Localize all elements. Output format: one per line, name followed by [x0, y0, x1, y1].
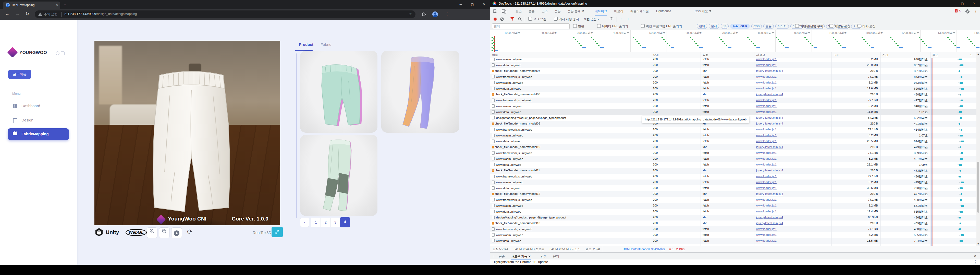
network-row[interactable]: www.data.unityweb200fetchwww.loader.js:1…: [490, 238, 977, 244]
request-initiator[interactable]: www.loader.js:1: [756, 198, 830, 201]
network-row[interactable]: {} check_file/?model_name=model11200xhrj…: [490, 168, 977, 174]
network-row[interactable]: designMapping?product_page=4&page_type=p…: [490, 215, 977, 221]
chip-JS[interactable]: JS: [721, 24, 729, 29]
throttling-dropdown[interactable]: 제한 없음 ▾: [584, 17, 599, 21]
pagination-page-1[interactable]: 1: [311, 218, 321, 227]
zoom-in-button[interactable]: [147, 228, 158, 238]
request-initiator[interactable]: www.loader.js:1: [756, 63, 830, 66]
devtools-settings-gear-icon[interactable]: [965, 9, 969, 14]
request-initiator[interactable]: www.loader.js:1: [756, 157, 830, 160]
devtools-tab-요소[interactable]: 요소: [515, 7, 522, 16]
sidebar-item-dashboard[interactable]: Dashboard: [8, 102, 69, 111]
profile-avatar[interactable]: [432, 11, 438, 17]
tab-product[interactable]: Product: [299, 42, 313, 47]
request-initiator[interactable]: jquery-latest.min.js:4: [756, 145, 830, 149]
network-row[interactable]: www.framework.js.unityweb200fetchwww.loa…: [490, 150, 977, 156]
pagination-page-4[interactable]: 4: [340, 217, 350, 228]
request-initiator[interactable]: jquery-latest.min.js:4: [756, 169, 830, 172]
request-initiator[interactable]: www.loader.js:1: [756, 128, 830, 131]
forward-button[interactable]: →: [15, 11, 20, 16]
device-toolbar-icon[interactable]: [502, 9, 506, 14]
address-bar[interactable]: 주의 요함 211.238.177.143:9999/design_data/d…: [35, 10, 415, 18]
fullscreen-expand-button[interactable]: ⤢: [272, 227, 283, 237]
inspect-element-icon[interactable]: [493, 9, 497, 14]
col-initiator[interactable]: 시작점: [756, 53, 765, 57]
clear-network-log-icon[interactable]: [500, 17, 504, 21]
network-row[interactable]: www.wasm.unityweb200fetchwww.loader.js:1…: [490, 58, 977, 62]
request-initiator[interactable]: www.loader.js:1: [756, 104, 830, 107]
3d-viewer-canvas[interactable]: YoungWoo CNI Core Ver. 1.0.0: [94, 41, 280, 225]
network-row[interactable]: www.framework.js.unityweb200fetchwww.loa…: [490, 74, 977, 80]
play-button[interactable]: [171, 228, 182, 238]
col-type[interactable]: 유형: [703, 53, 708, 57]
network-row[interactable]: www.data.unityweb200fetchwww.loader.js:1…: [490, 86, 977, 92]
hide-extension-urls-checkbox[interactable]: 확장 프로그램 URL 숨기기: [641, 24, 682, 28]
window-close-button[interactable]: ✕: [478, 0, 490, 9]
col-time[interactable]: 시간: [883, 53, 888, 57]
devtools-tab-CSS 개요[interactable]: CSS 개요 ⚗: [695, 7, 711, 16]
chip-Fetch/XHR[interactable]: Fetch/XHR: [730, 24, 749, 29]
chip-전체[interactable]: 전체: [697, 24, 707, 29]
network-row[interactable]: www.wasm.unityweb200fetchwww.loader.js:1…: [490, 232, 977, 238]
chip-글꼴[interactable]: 글꼴: [763, 24, 774, 29]
errors-badge[interactable]: x 5: [955, 9, 961, 13]
network-conditions-icon[interactable]: [609, 17, 614, 21]
preserve-log-checkbox[interactable]: 로그 보존: [528, 17, 546, 21]
devtools-tab-네트워크[interactable]: 네트워크: [595, 7, 607, 16]
network-row[interactable]: www.wasm.unityweb200fetchwww.loader.js:1…: [490, 103, 977, 109]
request-initiator[interactable]: www.loader.js:1: [756, 139, 830, 142]
col-size[interactable]: 크기: [834, 53, 839, 57]
chip-이미지[interactable]: 이미지: [775, 24, 789, 29]
invert-filter-checkbox[interactable]: 반전: [573, 24, 584, 28]
window-maximize-button[interactable]: ▢: [466, 0, 478, 9]
sort-icon[interactable]: ▲: [970, 53, 972, 56]
request-initiator[interactable]: www.loader.js:1: [756, 98, 830, 101]
request-initiator[interactable]: jquery-latest.min.js:4: [756, 69, 830, 72]
drawer-tab-새로운 기능[interactable]: 새로운 기능 ✕: [511, 254, 531, 260]
tab-fabric[interactable]: Fabric: [321, 42, 331, 47]
network-row[interactable]: {} check_file/?model_name=model10200xhrj…: [490, 144, 977, 150]
network-row[interactable]: www.wasm.unityweb200fetchwww.loader.js:1…: [490, 80, 977, 86]
logout-button[interactable]: 로그아웃: [8, 70, 31, 79]
extensions-puzzle-icon[interactable]: [422, 12, 426, 16]
back-button[interactable]: ←: [5, 11, 10, 16]
devtools-close-button[interactable]: ✕: [968, 0, 980, 7]
request-initiator[interactable]: www.loader.js:1: [756, 180, 830, 183]
request-initiator[interactable]: www.loader.js:1: [756, 239, 830, 242]
request-initiator[interactable]: www.loader.js:1: [756, 210, 830, 213]
request-initiator[interactable]: www.loader.js:1: [756, 110, 830, 113]
export-har-icon[interactable]: ↓: [627, 17, 629, 21]
network-row[interactable]: www.data.unityweb200fetchwww.loader.js:1…: [490, 62, 977, 68]
chip-문서[interactable]: 문서: [709, 24, 719, 29]
pagination-page-2[interactable]: 2: [321, 218, 331, 227]
drawer-tab-문제[interactable]: 문제: [553, 254, 559, 259]
pagination-page-3[interactable]: 3: [330, 218, 340, 227]
request-initiator[interactable]: jquery-latest.min.js:4: [756, 192, 830, 195]
product-thumbnail-pants-duotone[interactable]: [381, 51, 460, 133]
pagination-prev-button[interactable]: ‹: [300, 218, 309, 227]
devtools-maximize-button[interactable]: ▢: [956, 0, 968, 7]
network-row[interactable]: www.wasm.unityweb200fetchwww.loader.js:1…: [490, 203, 977, 209]
network-row[interactable]: www.framework.js.unityweb200fetchwww.loa…: [490, 226, 977, 232]
request-initiator[interactable]: www.loader.js:1: [756, 87, 830, 90]
browser-menu-kebab-icon[interactable]: ⋮: [445, 11, 449, 16]
devtools-tab-Lighthouse[interactable]: Lighthouse: [656, 7, 671, 16]
network-row[interactable]: {} check_file/?model_name=model13200xhrj…: [490, 221, 977, 226]
bookmark-star-icon[interactable]: ☆: [409, 12, 412, 16]
network-row[interactable]: {} check_file/?model_name=model08200xhrj…: [490, 92, 977, 98]
network-row[interactable]: www.framework.js.unityweb200fetchwww.loa…: [490, 197, 977, 203]
network-row[interactable]: {} check_file/?model_name=model07200xhrj…: [490, 68, 977, 74]
network-row[interactable]: www.data.unityweb200fetchwww.loader.js:1…: [490, 139, 977, 144]
request-initiator[interactable]: jquery-latest.min.js:4: [756, 122, 830, 125]
request-initiator[interactable]: www.loader.js:1: [756, 175, 830, 178]
col-name[interactable]: 이름: [492, 53, 498, 57]
request-initiator[interactable]: www.loader.js:1: [756, 58, 830, 61]
hide-data-urls-checkbox[interactable]: 데이터 URL 숨기기: [597, 24, 628, 28]
network-row[interactable]: www.framework.js.unityweb200fetchwww.loa…: [490, 98, 977, 103]
record-network-log-button[interactable]: [493, 17, 496, 21]
devtools-tab-소스[interactable]: 소스: [542, 7, 548, 16]
tab-close-icon[interactable]: ✕: [56, 3, 58, 6]
request-initiator[interactable]: jquery-latest.min.js:4: [756, 221, 830, 224]
blocked-requests-checkbox[interactable]: 차단된 요청: [829, 24, 850, 28]
devtools-tab-애플리케이션[interactable]: 애플리케이션: [630, 7, 649, 16]
